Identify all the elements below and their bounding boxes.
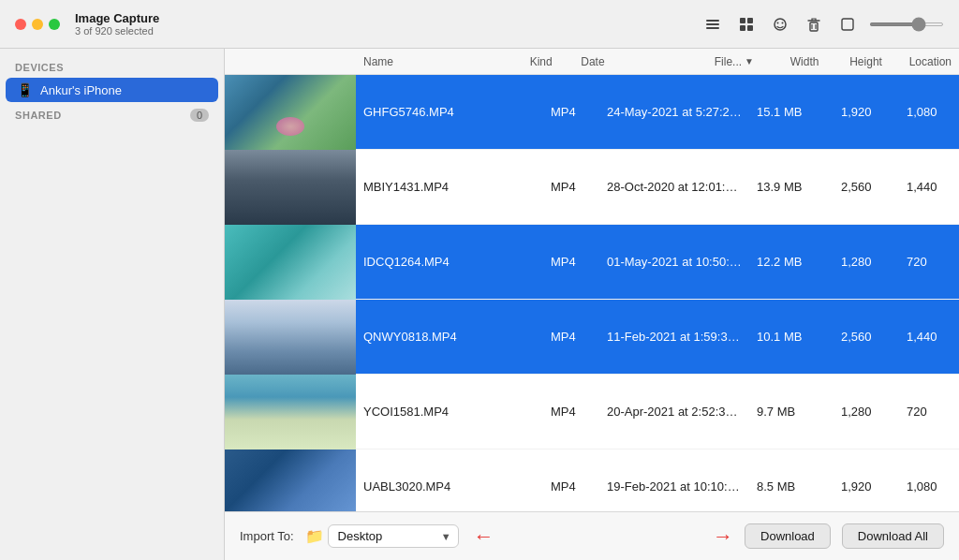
thumbnail-cell	[225, 150, 356, 225]
cell-date: 28-Oct-2020 at 12:01:5...	[599, 180, 749, 194]
import-destination-select[interactable]: Desktop Documents Downloads Pictures	[328, 524, 459, 548]
cell-height: 1,080	[899, 105, 959, 119]
shared-count-badge: 0	[190, 109, 209, 122]
import-label: Import To:	[240, 529, 294, 543]
thumbnail-cell	[225, 225, 356, 300]
thumbnail-cell	[225, 449, 356, 512]
th-height[interactable]: Height	[842, 55, 901, 68]
cell-kind: MP4	[543, 405, 599, 419]
svg-rect-6	[747, 25, 753, 31]
cell-filename: IDCQ1264.MP4	[356, 255, 543, 269]
svg-rect-0	[706, 20, 719, 22]
th-name[interactable]: Name	[356, 55, 523, 68]
sidebar: DEVICES 📱 Ankur's iPhone SHARED 0	[0, 49, 225, 560]
cell-kind: MP4	[543, 105, 599, 119]
table-row[interactable]: YCOI1581.MP4MP420-Apr-2021 at 2:52:30...…	[225, 375, 959, 449]
close-button[interactable]	[15, 19, 26, 30]
zoom-range-input[interactable]	[869, 22, 944, 26]
cell-width: 1,280	[834, 255, 899, 269]
sort-arrow-icon: ▼	[745, 56, 754, 66]
app-title: Image Capture	[75, 11, 701, 25]
table-header: Name Kind Date File... ▼ Width Height Lo…	[225, 49, 959, 75]
th-kind[interactable]: Kind	[523, 55, 574, 68]
cell-width: 2,560	[834, 180, 899, 194]
maximize-button[interactable]	[49, 19, 60, 30]
cell-date: 19-Feb-2021 at 10:10:17...	[599, 479, 749, 494]
table-row[interactable]: IDCQ1264.MP4MP401-May-2021 at 10:50:4...…	[225, 225, 959, 300]
sidebar-item-iphone[interactable]: 📱 Ankur's iPhone	[6, 78, 218, 102]
import-select-wrap: 📁 Desktop Documents Downloads Pictures ▼	[305, 524, 459, 548]
cell-width: 1,920	[834, 105, 899, 119]
iphone-icon: 📱	[17, 82, 33, 97]
table-row[interactable]: GHFG5746.MP4MP424-May-2021 at 5:27:23...…	[225, 75, 959, 150]
svg-point-8	[777, 22, 779, 23]
table-row[interactable]: QNWY0818.MP4MP411-Feb-2021 at 1:59:32...…	[225, 300, 959, 375]
cell-height: 720	[899, 255, 959, 269]
toolbar-actions	[701, 12, 944, 37]
cell-kind: MP4	[543, 330, 599, 344]
cell-filename: UABL3020.MP4	[356, 479, 543, 494]
table-body: GHFG5746.MP4MP424-May-2021 at 5:27:23...…	[225, 75, 959, 511]
svg-rect-13	[842, 19, 853, 30]
cell-kind: MP4	[543, 479, 599, 494]
minimize-button[interactable]	[32, 19, 43, 30]
svg-rect-1	[706, 23, 719, 25]
cell-filesize: 13.9 MB	[749, 180, 834, 194]
th-width[interactable]: Width	[783, 55, 842, 68]
content-area: Name Kind Date File... ▼ Width Height Lo…	[225, 49, 959, 560]
cell-height: 720	[899, 405, 959, 419]
zoom-slider[interactable]	[869, 22, 944, 26]
download-button[interactable]: Download	[745, 523, 831, 549]
cell-filesize: 10.1 MB	[749, 330, 834, 344]
cell-filename: YCOI1581.MP4	[356, 405, 543, 419]
shared-section: SHARED 0	[0, 103, 224, 125]
app-subtitle: 3 of 920 selected	[75, 25, 701, 37]
svg-rect-2	[706, 27, 719, 29]
svg-point-9	[782, 22, 784, 23]
svg-rect-4	[747, 18, 753, 23]
cell-width: 1,280	[834, 405, 899, 419]
bottom-bar: Import To: 📁 Desktop Documents Downloads…	[225, 511, 959, 560]
list-view-button[interactable]	[701, 12, 725, 37]
cell-height: 1,440	[899, 330, 959, 344]
face-button[interactable]	[768, 12, 792, 37]
device-name: Ankur's iPhone	[40, 83, 122, 97]
cell-filesize: 15.1 MB	[749, 105, 834, 119]
main-area: DEVICES 📱 Ankur's iPhone SHARED 0 Name K…	[0, 49, 959, 560]
svg-rect-5	[740, 25, 745, 31]
svg-rect-3	[740, 18, 745, 23]
th-file[interactable]: File... ▼	[707, 55, 783, 68]
left-arrow-indicator: ←	[474, 524, 494, 549]
rotate-button[interactable]	[835, 12, 860, 37]
th-date[interactable]: Date	[573, 55, 706, 68]
table-row[interactable]: UABL3020.MP4MP419-Feb-2021 at 10:10:17..…	[225, 449, 959, 511]
table-row[interactable]: MBIY1431.MP4MP428-Oct-2020 at 12:01:5...…	[225, 150, 959, 225]
grid-view-button[interactable]	[734, 12, 759, 37]
cell-date: 01-May-2021 at 10:50:4...	[599, 255, 749, 269]
thumbnail-cell	[225, 75, 356, 150]
thumbnail-cell	[225, 300, 356, 375]
traffic-lights	[15, 19, 60, 30]
cell-height: 1,080	[899, 479, 959, 494]
svg-rect-10	[810, 22, 818, 31]
titlebar: Image Capture 3 of 920 selected	[0, 0, 959, 49]
download-all-button[interactable]: Download All	[842, 523, 944, 549]
cell-date: 20-Apr-2021 at 2:52:30...	[599, 405, 749, 419]
cell-kind: MP4	[543, 255, 599, 269]
select-wrapper[interactable]: Desktop Documents Downloads Pictures ▼	[328, 524, 459, 548]
cell-height: 1,440	[899, 180, 959, 194]
folder-icon: 📁	[305, 527, 324, 545]
cell-filesize: 12.2 MB	[749, 255, 834, 269]
devices-section-label: DEVICES	[0, 56, 224, 77]
app-title-area: Image Capture 3 of 920 selected	[75, 11, 701, 37]
cell-filesize: 9.7 MB	[749, 405, 834, 419]
cell-width: 1,920	[834, 479, 899, 494]
delete-button[interactable]	[802, 12, 826, 37]
cell-date: 24-May-2021 at 5:27:23...	[599, 105, 749, 119]
th-location[interactable]: Location	[902, 55, 959, 68]
thumbnail-cell	[225, 375, 356, 449]
cell-filename: MBIY1431.MP4	[356, 180, 543, 194]
cell-width: 2,560	[834, 330, 899, 344]
right-arrow-indicator: →	[713, 524, 733, 549]
cell-filename: GHFG5746.MP4	[356, 105, 543, 119]
